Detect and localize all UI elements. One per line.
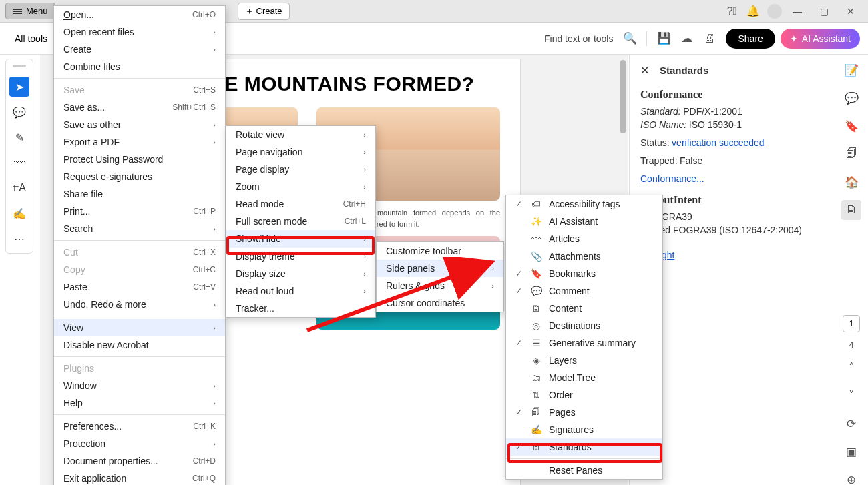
side-panel-generative-summary[interactable]: ✓☰Generative summary [506,334,662,352]
maximize-button[interactable]: ▢ [812,2,836,21]
help-icon[interactable]: ?⃝ [721,2,742,21]
menu-undo[interactable]: Undo, Redo & more› [54,296,225,313]
selection-tool[interactable]: ➤ [9,77,29,97]
menu-preferences[interactable]: Preferences...Ctrl+K [54,418,225,435]
minimize-button[interactable]: — [785,2,809,21]
side-panel-model-tree[interactable]: 🗂Model Tree [506,369,662,386]
zoom-in-icon[interactable]: ⊕ [841,470,861,485]
view-read[interactable]: Read modeCtrl+H [226,195,375,213]
view-disp-theme[interactable]: Display theme› [226,248,375,265]
menu-cut: CutCtrl+X [54,244,225,261]
side-panel-reset-panes[interactable]: Reset Panes [506,462,662,479]
side-panel-ai-assistant[interactable]: ✨AI Assistant [506,213,662,230]
sign-tool[interactable]: ✍ [9,203,29,223]
highlight-tool[interactable]: ✎ [9,127,29,147]
menu-help[interactable]: Help› [54,394,225,412]
avatar[interactable] [764,2,785,21]
menu-save-as[interactable]: Save as...Shift+Ctrl+S [54,99,225,116]
side-panel-content[interactable]: 🗎Content [506,300,662,317]
side-panel-accessibility-tags[interactable]: ✓🏷Accessibility tags [506,195,662,213]
side-panel-pages[interactable]: ✓🗐Pages [506,404,662,421]
standards-close-button[interactable]: ✕ [640,64,649,77]
bell-icon[interactable]: 🔔 [742,2,764,21]
menu-button[interactable]: Menu [5,3,55,19]
all-tools-button[interactable]: All tools [8,29,54,48]
side-panel-articles[interactable]: 〰Articles [506,230,662,248]
cloud-upload-icon[interactable]: ☁ [675,27,698,50]
menu-doc-props[interactable]: Document properties...Ctrl+D [54,452,225,470]
side-panel-comment[interactable]: ✓💬Comment [506,282,662,300]
pages-panel-icon[interactable]: 🗐 [841,144,861,164]
menu-search[interactable]: Search› [54,220,225,237]
close-button[interactable]: ✕ [839,2,863,21]
print-icon[interactable]: 🖨 [698,27,720,50]
menu-print[interactable]: Print...Ctrl+P [54,203,225,220]
view-show-hide[interactable]: Show/Hide› [226,230,375,248]
menu-open[interactable]: OOpen...pen...Ctrl+O [54,6,225,23]
menu-disable-new[interactable]: Disable new Acrobat [54,336,225,354]
page-current[interactable]: 1 [843,315,860,332]
menu-protection[interactable]: Protection› [54,435,225,452]
menu-request-sig[interactable]: Request e-signatures [54,168,225,185]
trapped-value: False [680,155,702,166]
menu-window[interactable]: Window› [54,377,225,394]
view-fullscreen[interactable]: Full screen modeCtrl+L [226,213,375,230]
menu-paste[interactable]: PasteCtrl+V [54,278,225,296]
menu-exit[interactable]: Exit applicationCtrl+Q [54,470,225,485]
panel-label: Signatures [549,424,594,435]
comment-tool[interactable]: 💬 [9,102,29,122]
scrollbar-thumb[interactable] [620,60,626,133]
fit-page-icon[interactable]: ▣ [841,442,861,462]
search-icon[interactable]: 🔍 [618,27,641,50]
draw-tool[interactable]: 〰 [9,153,29,173]
sh-side-panels[interactable]: Side panels› [377,260,503,277]
menu-create[interactable]: Create› [54,41,225,58]
edit-panel-icon[interactable]: 📝 [841,60,861,80]
bookmark-panel-icon[interactable]: 🔖 [841,116,861,136]
comment-panel-icon[interactable]: 💬 [841,88,861,108]
verify-conformance-link[interactable]: Conformance... [640,173,704,184]
more-tools[interactable]: ⋯ [9,229,29,249]
view-zoom[interactable]: Zoom› [226,178,375,195]
menu-share-file[interactable]: Share file [54,185,225,203]
view-tracker[interactable]: Tracker... [226,300,375,317]
side-panel-standards[interactable]: ✓🗎Standards [506,438,662,456]
side-panel-order[interactable]: ⇅Order [506,386,662,404]
ai-label: AI Assistant [802,33,851,44]
sh-cursor[interactable]: Cursor coordinates [377,294,503,312]
standards-panel-icon[interactable]: 🗎 [841,200,861,220]
view-rotate[interactable]: Rotate view› [226,126,375,143]
view-submenu: Rotate view› Page navigation› Page displ… [226,125,376,318]
menu-save-other[interactable]: Save as other› [54,116,225,133]
side-panel-bookmarks[interactable]: ✓🔖Bookmarks [506,265,662,282]
sh-rulers[interactable]: Rulers & grids› [377,277,503,294]
attachment-panel-icon[interactable]: 🏠 [841,172,861,192]
page-up-icon[interactable]: ˄ [841,358,861,378]
side-panel-destinations[interactable]: ◎Destinations [506,317,662,334]
create-button[interactable]: ＋ Create [238,3,290,20]
menu-export[interactable]: Export a PDF› [54,133,225,151]
menu-open-recent[interactable]: Open recent files› [54,23,225,41]
menu-combine[interactable]: Combine files [54,58,225,75]
rotate-icon[interactable]: ⟳ [841,414,861,434]
view-page-disp[interactable]: Page display› [226,161,375,178]
view-page-nav[interactable]: Page navigation› [226,143,375,161]
panel-label: Layers [549,355,577,366]
page-down-icon[interactable]: ˅ [841,386,861,406]
status-value[interactable]: verification succeeded [672,137,765,148]
text-tool[interactable]: ⌗A [9,178,29,198]
save-icon[interactable]: 💾 [652,27,675,50]
menu-protect[interactable]: Protect Using Password [54,151,225,168]
view-read-aloud[interactable]: Read out loud› [226,282,375,300]
side-panel-attachments[interactable]: 📎Attachments [506,248,662,265]
side-panel-layers[interactable]: ◈Layers [506,352,662,369]
side-panel-signatures[interactable]: ✍Signatures [506,421,662,438]
view-disp-size[interactable]: Display size› [226,265,375,282]
window-controls: — ▢ ✕ [785,2,863,21]
panel-icon: 🗎 [530,303,542,314]
rail-grip[interactable] [13,65,26,67]
sh-customize-toolbar[interactable]: Customize toolbar [377,242,503,260]
menu-view[interactable]: View› [54,319,225,336]
share-button[interactable]: Share [726,29,775,49]
ai-assistant-button[interactable]: ✦ AI Assistant [781,29,860,49]
